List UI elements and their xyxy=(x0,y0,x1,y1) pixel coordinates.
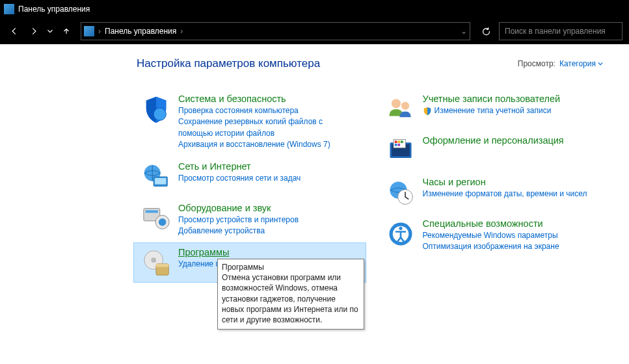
content-area: Настройка параметров компьютера Просмотр… xyxy=(0,44,629,285)
link-network-status[interactable]: Просмотр состояния сети и задач xyxy=(178,173,359,184)
link-check-status[interactable]: Проверка состояния компьютера xyxy=(178,105,359,116)
svg-point-13 xyxy=(401,102,408,110)
category-clock[interactable]: Часы и регион Изменение форматов даты, в… xyxy=(379,173,610,212)
search-input[interactable] xyxy=(505,27,617,36)
link-devices-printers[interactable]: Просмотр устройств и принтеров xyxy=(178,214,359,226)
hardware-sound-icon xyxy=(141,203,172,234)
svg-rect-21 xyxy=(397,144,400,146)
svg-point-12 xyxy=(392,99,401,108)
view-by: Просмотр: Категория xyxy=(518,59,603,68)
category-title-network[interactable]: Сеть и Интернет xyxy=(178,161,251,172)
forward-button[interactable] xyxy=(26,23,42,39)
category-system[interactable]: Система и безопасность Проверка состояни… xyxy=(134,90,366,155)
control-panel-icon xyxy=(4,4,14,14)
system-security-icon xyxy=(141,94,172,125)
category-ease[interactable]: Специальные возможности Рекомендуемые Wi… xyxy=(379,214,610,257)
category-accounts[interactable]: Учетные записи пользователей Изменение т… xyxy=(379,90,610,129)
category-title-appearance[interactable]: Оформление и персонализация xyxy=(423,135,564,146)
category-title-clock[interactable]: Часы и регион xyxy=(423,177,486,187)
link-date-formats[interactable]: Изменение форматов даты, времени и чисел xyxy=(423,188,604,200)
breadcrumb-root[interactable]: Панель управления xyxy=(105,27,176,36)
view-by-label: Просмотр: xyxy=(518,59,555,68)
chevron-right-icon[interactable]: › xyxy=(180,27,183,36)
category-title-hardware[interactable]: Оборудование и звук xyxy=(178,203,271,213)
link-optimize-display[interactable]: Оптимизация изображения на экране xyxy=(423,241,604,252)
svg-rect-18 xyxy=(397,140,400,143)
chevron-right-icon[interactable]: › xyxy=(98,27,101,36)
link-file-history[interactable]: Сохранение резервных копий файлов с помо… xyxy=(178,116,359,139)
category-title-system[interactable]: Система и безопасность xyxy=(178,94,286,104)
svg-rect-17 xyxy=(394,140,397,143)
up-button[interactable] xyxy=(59,23,74,39)
navbar: › Панель управления › ⌄ xyxy=(0,18,629,44)
address-history-dropdown[interactable]: ⌄ xyxy=(461,27,467,36)
svg-point-26 xyxy=(399,227,402,230)
svg-rect-3 xyxy=(155,177,166,184)
titlebar: Панель управления xyxy=(0,0,629,18)
svg-rect-20 xyxy=(394,144,397,146)
category-network[interactable]: Сеть и Интернет Просмотр состояния сети … xyxy=(134,157,366,196)
category-hardware[interactable]: Оборудование и звук Просмотр устройств и… xyxy=(134,199,366,241)
refresh-button[interactable] xyxy=(477,22,495,40)
address-bar[interactable]: › Панель управления › ⌄ xyxy=(81,22,470,40)
link-change-account-type[interactable]: Изменение типа учетной записи xyxy=(423,105,604,116)
page-title: Настройка параметров компьютера xyxy=(137,57,320,70)
ease-of-access-icon xyxy=(385,218,416,250)
programs-icon xyxy=(141,247,172,278)
category-title-accounts[interactable]: Учетные записи пользователей xyxy=(423,94,561,104)
svg-rect-5 xyxy=(146,210,158,213)
network-icon xyxy=(141,161,172,192)
recent-dropdown[interactable] xyxy=(46,23,55,39)
chevron-down-icon xyxy=(598,61,603,66)
svg-point-9 xyxy=(151,258,156,263)
category-title-programs[interactable]: Программы xyxy=(178,247,229,257)
appearance-icon xyxy=(385,135,416,166)
control-panel-icon xyxy=(84,26,94,36)
search-box[interactable] xyxy=(499,22,622,40)
clock-region-icon xyxy=(385,177,416,208)
shield-icon xyxy=(423,107,432,116)
svg-point-7 xyxy=(159,218,167,226)
category-title-ease[interactable]: Специальные возможности xyxy=(423,218,543,229)
tooltip-body: Отмена установки программ или возможност… xyxy=(222,272,360,325)
view-by-dropdown[interactable]: Категория xyxy=(559,59,603,68)
back-button[interactable] xyxy=(7,23,22,39)
tooltip-programs: Программы Отмена установки программ или … xyxy=(217,259,364,330)
window-title: Панель управления xyxy=(18,5,90,14)
user-accounts-icon xyxy=(385,94,416,125)
svg-rect-19 xyxy=(401,140,403,143)
category-appearance[interactable]: Оформление и персонализация xyxy=(379,131,610,170)
link-backup-restore[interactable]: Архивация и восстановление (Windows 7) xyxy=(178,139,359,150)
tooltip-title: Программы xyxy=(222,262,360,272)
link-add-device[interactable]: Добавление устройства xyxy=(178,226,359,237)
svg-point-0 xyxy=(154,108,166,120)
svg-rect-11 xyxy=(156,264,168,267)
link-recommended[interactable]: Рекомендуемые Windows параметры xyxy=(423,230,604,241)
